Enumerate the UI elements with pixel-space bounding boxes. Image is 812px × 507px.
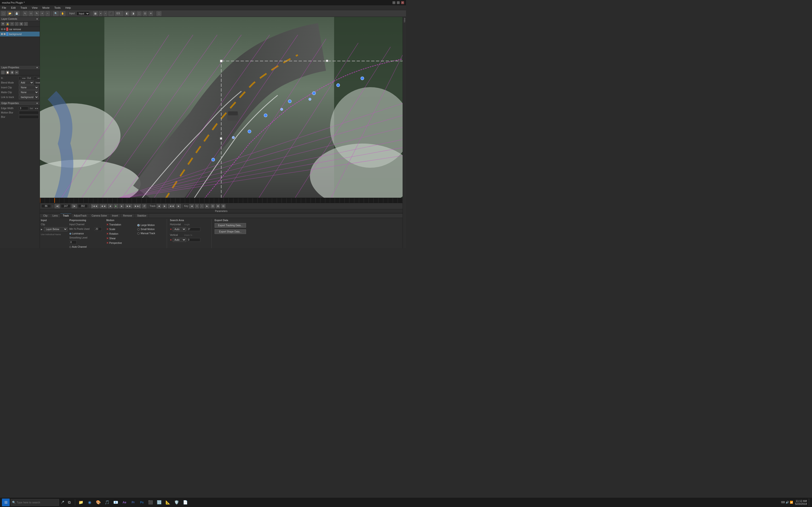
lp-btn-2[interactable]: 📋: [6, 70, 9, 74]
input-dropdown[interactable]: Input: [77, 11, 90, 16]
layer-item-background[interactable]: background: [0, 32, 40, 37]
minimize-button[interactable]: ─: [393, 1, 395, 4]
view-btn-10[interactable]: ⬚: [156, 11, 161, 16]
go-end[interactable]: ►►|: [134, 204, 141, 208]
menu-tools[interactable]: Tools: [53, 6, 62, 9]
small-motion-radio[interactable]: [137, 228, 140, 231]
menu-file[interactable]: File: [1, 6, 7, 9]
next-1[interactable]: ►: [119, 204, 124, 208]
rotation-check[interactable]: ✕: [106, 232, 108, 235]
toolbar-zoom[interactable]: 🔍: [53, 11, 59, 16]
motion-blur-2-value[interactable]: [19, 115, 39, 119]
edge-arrows[interactable]: ◄►: [34, 107, 39, 110]
key-add[interactable]: +: [195, 204, 199, 208]
playhead[interactable]: [54, 198, 55, 203]
go-start[interactable]: |◄◄: [91, 204, 99, 208]
timeline-ruler[interactable]: [40, 198, 403, 203]
key-btn-2[interactable]: ⊞: [216, 204, 220, 208]
tab-lens[interactable]: Lens: [50, 214, 60, 218]
view-btn-8[interactable]: ⊡: [143, 11, 147, 16]
lp-btn-4[interactable]: ⇔: [15, 70, 18, 74]
key-btn-3[interactable]: ⊟: [221, 204, 225, 208]
lp-btn-1[interactable]: ⬚: [1, 70, 5, 74]
tab-track[interactable]: Track: [60, 213, 71, 218]
menu-help[interactable]: Help: [64, 6, 72, 9]
tab-camera-solve[interactable]: Camera Solve: [89, 214, 109, 218]
layer-del-btn[interactable]: −: [15, 22, 18, 26]
auto-channel-radio[interactable]: [69, 246, 71, 248]
prev-frame[interactable]: ◄◄: [100, 204, 107, 208]
view-btn-5[interactable]: ◧: [124, 11, 130, 16]
maximize-button[interactable]: □: [397, 1, 400, 4]
v-zoom-value[interactable]: [187, 238, 200, 242]
insert-clip-dropdown[interactable]: None: [19, 86, 39, 90]
export-shape-btn[interactable]: Export Shape Data...: [215, 229, 246, 234]
tab-stabilize[interactable]: Stabilize: [135, 214, 149, 218]
h-angle-value[interactable]: [187, 227, 200, 231]
zoom-value-btn[interactable]: 0.5: [115, 11, 123, 16]
view-btn-6[interactable]: ◨: [131, 11, 136, 16]
track-rev[interactable]: ◄◄: [168, 204, 175, 208]
perspective-check[interactable]: ✕: [106, 241, 108, 244]
toolbar-add[interactable]: +: [40, 11, 45, 16]
v-auto-check[interactable]: ✕: [170, 239, 172, 241]
min-pixels-value[interactable]: [95, 227, 102, 231]
layer-dup-btn[interactable]: ⧉: [19, 22, 23, 26]
key-prev[interactable]: ◄: [189, 204, 194, 208]
frame-in-btn[interactable]: ◄|: [55, 204, 60, 208]
manual-track-radio[interactable]: [137, 232, 140, 235]
smoothing-value[interactable]: [69, 240, 77, 244]
viewport[interactable]: [40, 17, 403, 198]
play[interactable]: ►: [114, 204, 118, 208]
prev-1[interactable]: ◄: [108, 204, 113, 208]
toolbar-select[interactable]: ⊹: [29, 11, 33, 16]
next-frame[interactable]: ►►: [125, 204, 133, 208]
frame-out-display[interactable]: [78, 204, 88, 208]
menu-track[interactable]: Track: [19, 6, 28, 9]
menu-movie[interactable]: Movie: [41, 6, 50, 9]
layer-arrow-btn[interactable]: ↕: [24, 22, 28, 26]
right-tab-1[interactable]: View: [403, 17, 406, 23]
in-value[interactable]: [19, 76, 21, 80]
h-auto-dropdown[interactable]: Auto: [173, 227, 186, 231]
luminance-radio[interactable]: [69, 233, 71, 235]
layer-item-car-remove[interactable]: car remove: [0, 27, 40, 32]
link-to-track-dropdown[interactable]: background: [19, 95, 39, 99]
v-auto-dropdown[interactable]: Auto: [173, 238, 186, 242]
toolbar-hand[interactable]: ✋: [60, 11, 65, 16]
edge-set[interactable]: Set: [30, 107, 33, 110]
key-nav[interactable]: ⊡: [210, 204, 215, 208]
out-value[interactable]: [34, 76, 36, 80]
loop[interactable]: ↺: [142, 204, 146, 208]
menu-edit[interactable]: Edit: [10, 6, 17, 9]
toolbar-open[interactable]: 📂: [7, 11, 13, 16]
close-button[interactable]: ✕: [401, 1, 404, 4]
tab-insert[interactable]: Insert: [109, 214, 120, 218]
toolbar-new[interactable]: ⬚: [1, 11, 6, 16]
layer-below-dropdown[interactable]: Layer Below: [44, 227, 67, 231]
track-play[interactable]: ►: [176, 204, 181, 208]
toolbar-arrow[interactable]: ↖: [23, 11, 28, 16]
motion-blur-value[interactable]: [19, 111, 39, 114]
view-btn-3[interactable]: ▫: [103, 11, 107, 16]
scale-check[interactable]: ✕: [106, 228, 108, 231]
key-next[interactable]: ►: [205, 204, 209, 208]
toolbar-remove[interactable]: −: [45, 11, 50, 16]
view-btn-2[interactable]: ▪: [99, 11, 103, 16]
frame-current[interactable]: [61, 204, 70, 208]
layer-lock-btn[interactable]: 🔒: [6, 22, 9, 26]
large-motion-radio[interactable]: [137, 224, 140, 226]
view-btn-7[interactable]: ⬚: [137, 11, 142, 16]
track-fwd[interactable]: ►: [162, 204, 167, 208]
view-btn-1[interactable]: ▦: [93, 11, 98, 16]
frame-in-display[interactable]: [41, 204, 51, 208]
tab-clip[interactable]: Clip: [41, 214, 50, 218]
export-tracking-btn[interactable]: Export Tracking Data...: [215, 223, 246, 228]
toolbar-save[interactable]: 💾: [14, 11, 19, 16]
lp-btn-3[interactable]: 🗑: [10, 70, 14, 74]
toolbar-pen[interactable]: ✎: [34, 11, 39, 16]
edge-width-value[interactable]: [19, 107, 28, 110]
frame-out-btn[interactable]: |►: [71, 204, 77, 208]
track-prev[interactable]: ◄: [157, 204, 161, 208]
h-auto-check[interactable]: ✕: [170, 228, 172, 231]
